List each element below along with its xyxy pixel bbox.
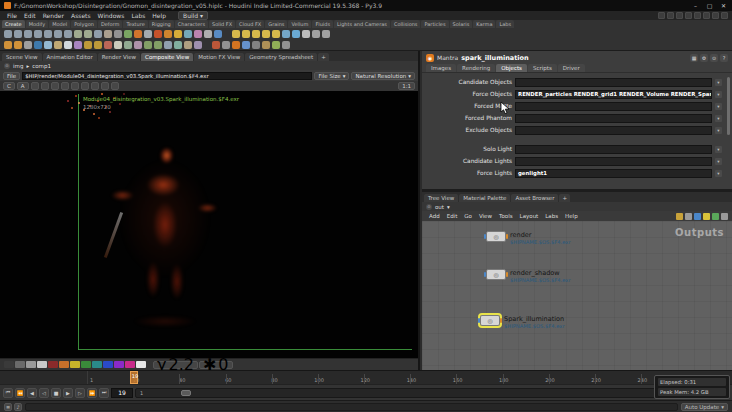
color-swatch[interactable]: [48, 361, 58, 368]
color-swatch[interactable]: [81, 361, 91, 368]
flipbook-tool[interactable]: [222, 41, 230, 49]
pane-tab[interactable]: Animation Editor: [43, 53, 97, 61]
network-canvas[interactable]: Outputs ◎ render $HIPNAME.$OS.$F4.exr ◎ …: [422, 221, 732, 370]
shelf-tab[interactable]: Collisions: [391, 20, 421, 28]
shelf-tab[interactable]: Labs: [496, 20, 514, 28]
karma-tool[interactable]: [242, 41, 250, 49]
network-menu-item[interactable]: Layout: [517, 213, 542, 219]
pane-tab[interactable]: Scene View: [2, 53, 42, 61]
current-frame-field[interactable]: 19: [111, 388, 133, 398]
guides-icon[interactable]: [111, 82, 119, 90]
new-pane-tab-button[interactable]: +: [559, 194, 570, 202]
grid-tool[interactable]: [44, 30, 52, 38]
display-options-icon[interactable]: [685, 213, 692, 220]
spot-light-tool[interactable]: [242, 30, 250, 38]
indirect-light-tool[interactable]: [302, 30, 310, 38]
menu-item[interactable]: Render: [40, 12, 67, 19]
network-menu-item[interactable]: Help: [562, 213, 581, 219]
stop-button[interactable]: ■: [51, 388, 61, 398]
shelf-tab[interactable]: Grains: [265, 20, 287, 28]
channel-blue-icon[interactable]: [81, 82, 89, 90]
ocean-tool[interactable]: [34, 41, 42, 49]
next-image-icon[interactable]: [51, 82, 59, 90]
menu-item[interactable]: Help: [149, 12, 169, 19]
curve-tool[interactable]: [74, 30, 82, 38]
jump-start-button[interactable]: ⏮: [3, 388, 13, 398]
network-menu-item[interactable]: View: [476, 213, 495, 219]
draw-curve-tool[interactable]: [84, 30, 92, 38]
op-chooser-icon[interactable]: ▾: [715, 91, 722, 98]
camera-tool[interactable]: [312, 30, 320, 38]
flag-green-icon[interactable]: [712, 213, 719, 220]
parameter-input[interactable]: [515, 145, 712, 154]
shelf-tab[interactable]: Create: [2, 20, 25, 28]
parameter-input[interactable]: genlight1: [515, 169, 712, 178]
ik-chain-tool[interactable]: [124, 41, 132, 49]
shelf-tab[interactable]: Lights and Cameras: [334, 20, 390, 28]
environment-light-tool[interactable]: [282, 30, 290, 38]
help-icon[interactable]: ?: [720, 54, 728, 62]
whitewater-tool[interactable]: [44, 41, 52, 49]
color-plane-button[interactable]: C: [3, 82, 15, 90]
node-title[interactable]: render_shadow: [510, 269, 571, 277]
menu-item[interactable]: Windows: [95, 12, 128, 19]
play-reverse-button[interactable]: ◁: [39, 388, 49, 398]
new-scene-icon[interactable]: [658, 12, 665, 19]
op-chooser-icon[interactable]: ▾: [715, 146, 722, 153]
rop-node[interactable]: ◎ Spark_illumination $HIPNAME.$OS.$F4.ex…: [480, 315, 565, 330]
open-scene-icon[interactable]: [667, 12, 674, 19]
sphere-tool[interactable]: [14, 30, 22, 38]
color-swatch[interactable]: [4, 361, 14, 368]
distant-light-tool[interactable]: [272, 30, 280, 38]
node-title[interactable]: Spark_illumination: [504, 315, 565, 323]
frame-range-slider[interactable]: 1 240: [135, 388, 729, 398]
parameter-tab[interactable]: Objects: [496, 64, 527, 72]
step-back-button[interactable]: ◀: [27, 388, 37, 398]
snapshot-icon[interactable]: [31, 82, 39, 90]
shelf-tab[interactable]: Cloud FX: [236, 20, 264, 28]
rop-node-icon[interactable]: ◎: [480, 315, 500, 326]
flag-blue-icon[interactable]: [694, 213, 701, 220]
sky-light-tool[interactable]: [292, 30, 300, 38]
shelf-tab[interactable]: Modify: [26, 20, 49, 28]
flip-fluid-tool[interactable]: [214, 30, 222, 38]
stamp-tool[interactable]: [194, 41, 202, 49]
shelf-tab[interactable]: Fluids: [312, 20, 333, 28]
mantra-tool[interactable]: [232, 41, 240, 49]
save-scene-icon[interactable]: [676, 12, 683, 19]
maximize-button[interactable]: ▢: [705, 2, 714, 9]
box-tool[interactable]: [4, 30, 12, 38]
vellum-cloth-tool[interactable]: [194, 30, 202, 38]
breadcrumb-root[interactable]: img: [13, 63, 23, 69]
network-path[interactable]: out: [435, 204, 444, 210]
breadcrumb-node[interactable]: comp1: [32, 63, 51, 69]
undo-icon[interactable]: [685, 12, 692, 19]
step-forward-button[interactable]: ▷: [75, 388, 85, 398]
color-swatch[interactable]: [37, 361, 47, 368]
audio-icon[interactable]: ♪: [14, 403, 22, 411]
shelf-tab[interactable]: Rigging: [149, 20, 174, 28]
color-swatch[interactable]: [15, 361, 25, 368]
zoom-level-button[interactable]: 1:1: [398, 82, 415, 90]
gear-icon[interactable]: ⚙: [700, 54, 708, 62]
snow-tool[interactable]: [64, 41, 72, 49]
composite-image-view[interactable]: Module04_disintegration_v03.Spark_illumi…: [0, 91, 418, 358]
shelf-tab[interactable]: Vellum: [288, 20, 311, 28]
parameter-input[interactable]: [515, 78, 712, 87]
opengl-rop-tool[interactable]: [252, 41, 260, 49]
toolbox-icon[interactable]: [676, 213, 683, 220]
fetch-tool[interactable]: [282, 41, 290, 49]
point-light-tool[interactable]: [232, 30, 240, 38]
pin-icon[interactable]: ⊙: [426, 204, 432, 210]
pyro-tool[interactable]: [134, 30, 142, 38]
shelf-tab[interactable]: Characters: [175, 20, 208, 28]
pane-tab[interactable]: Material Palette: [459, 194, 510, 202]
rop-node-icon[interactable]: ◎: [486, 269, 506, 280]
color-swatch[interactable]: [125, 361, 135, 368]
render-icon[interactable]: [703, 12, 710, 19]
pane-tab[interactable]: Composite View: [141, 53, 193, 61]
op-chooser-icon[interactable]: ▾: [715, 79, 722, 86]
pane-tab[interactable]: Render View: [98, 53, 140, 61]
network-menu-item[interactable]: Go: [461, 213, 475, 219]
color-swatch[interactable]: [92, 361, 102, 368]
